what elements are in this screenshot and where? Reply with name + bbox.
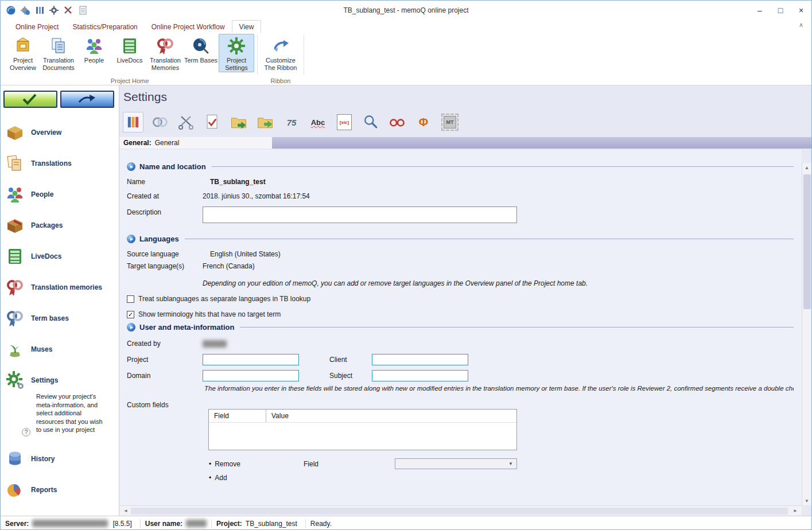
horizontal-scroll-thumb[interactable]: [131, 508, 788, 515]
minimize-button[interactable]: –: [749, 1, 770, 20]
translation-documents-button[interactable]: Translation Documents: [41, 34, 76, 72]
memoq-logo-icon[interactable]: [6, 5, 16, 15]
tm-settings-folder-icon[interactable]: [228, 112, 249, 132]
spellcheck-icon[interactable]: Abc: [308, 112, 328, 132]
subject-input[interactable]: [372, 370, 468, 381]
check-icon: [17, 93, 44, 106]
sidebar-item-settings[interactable]: Settings: [1, 365, 119, 396]
sidebar-item-muses[interactable]: Muses: [1, 334, 119, 365]
scroll-left-icon[interactable]: ◄: [122, 506, 130, 516]
custom-fields-actions: • Remove Field ▼: [209, 458, 517, 469]
project-settings-icon: [227, 36, 246, 56]
sidebar-item-translations[interactable]: Translations: [1, 148, 119, 179]
section-bullet-icon[interactable]: [127, 235, 135, 243]
people-button[interactable]: People: [76, 34, 112, 65]
ribbon-tab-online-project-workflow[interactable]: Online Project Workflow: [145, 21, 232, 33]
help-icon[interactable]: ?: [22, 428, 30, 437]
customize-ribbon-button[interactable]: Customize The Ribbon: [261, 34, 301, 72]
gear-icon[interactable]: [49, 5, 59, 15]
domain-subject-row: Domain Subject: [127, 370, 802, 381]
livedocs-settings-folder-icon[interactable]: [255, 112, 275, 132]
close-button[interactable]: ×: [791, 1, 811, 20]
navigate-button[interactable]: [60, 91, 114, 108]
section-title: User and meta-information: [139, 323, 234, 332]
description-input[interactable]: [203, 206, 517, 223]
vertical-scroll-thumb[interactable]: [803, 174, 811, 309]
settings-description: Review your project's meta-information, …: [36, 392, 106, 434]
category-value: General: [155, 139, 180, 147]
project-overview-icon: [13, 36, 33, 56]
sidebar-item-label: History: [31, 455, 55, 463]
server-value-redacted: [32, 520, 108, 527]
ribbon-tab-view[interactable]: View: [232, 20, 262, 33]
ribbon-tab-statistics-preparation[interactable]: Statistics/Preparation: [65, 21, 144, 33]
sic-icon[interactable]: [sic]: [334, 112, 355, 132]
sic-glyph: [sic]: [340, 120, 349, 125]
section-bullet-icon[interactable]: [127, 323, 135, 332]
created-by-row: Created by: [127, 340, 802, 348]
custom-fields-table[interactable]: Field Value: [208, 409, 517, 450]
tools-icon[interactable]: [63, 5, 73, 15]
livedocs-button[interactable]: LiveDocs: [112, 34, 147, 65]
font-substitution-icon[interactable]: Φ: [413, 112, 434, 132]
sidebar-item-livedocs[interactable]: LiveDocs: [1, 241, 119, 272]
sidebar-item-overview[interactable]: Overview: [1, 117, 119, 148]
translation-memories-button[interactable]: Translation Memories: [147, 34, 183, 72]
qa-checklist-icon[interactable]: [202, 112, 223, 132]
custom-field-select[interactable]: ▼: [395, 458, 517, 469]
sublanguages-checkbox-label: Treat sublanguages as separate languages…: [138, 295, 310, 303]
sidebar: Overview Translations People Packages Li…: [1, 85, 119, 516]
domain-input[interactable]: [203, 370, 299, 381]
ribbon-group-project-home: Project Overview Translation Documents P…: [4, 33, 255, 85]
sidebar-item-term-bases[interactable]: Term bases: [1, 303, 119, 334]
sidebar-item-translation-memories[interactable]: Translation memories: [1, 272, 119, 303]
machine-translation-chip-icon[interactable]: MT: [440, 112, 460, 132]
ribbon-group-ribbon: Customize The Ribbon Ribbon: [259, 33, 302, 85]
general-category-icon[interactable]: [123, 112, 143, 132]
category-label: General:: [123, 139, 151, 147]
project-settings-button[interactable]: Project Settings: [219, 34, 254, 72]
add-custom-field-row: • Add: [209, 474, 517, 482]
scroll-down-icon[interactable]: ▼: [802, 496, 811, 505]
sidebar-item-reports[interactable]: Reports: [1, 474, 119, 505]
scroll-up-icon[interactable]: ▲: [802, 163, 811, 172]
project-client-row: Project Client: [127, 354, 802, 365]
sublanguages-checkbox-row: Treat sublanguages as separate languages…: [127, 295, 802, 303]
project-input[interactable]: [203, 354, 299, 365]
horizontal-scrollbar[interactable]: ◄ ►: [119, 505, 802, 516]
maximize-button[interactable]: □: [770, 1, 791, 20]
chevron-down-icon: ▼: [508, 461, 513, 466]
terminology-checkbox[interactable]: ✓: [127, 311, 134, 318]
customize-ribbon-icon: [271, 36, 290, 56]
concordance-magnifier-icon[interactable]: [360, 112, 381, 132]
sidebar-item-packages[interactable]: Packages: [1, 210, 119, 241]
statusbar-separator: [211, 519, 212, 528]
user-name-label: User name:: [145, 520, 182, 528]
add-custom-field-button[interactable]: • Add: [209, 474, 227, 482]
notebook-icon[interactable]: [77, 5, 88, 15]
penalty-weights-icon[interactable]: 75: [281, 112, 302, 132]
segmentation-scissors-icon[interactable]: [176, 112, 196, 132]
ignore-lists-glasses-icon[interactable]: [387, 112, 407, 132]
project-overview-button[interactable]: Project Overview: [5, 34, 41, 72]
sidebar-item-history[interactable]: History: [1, 443, 119, 474]
section-bullet-icon[interactable]: [127, 162, 135, 171]
ribbon-collapse-icon[interactable]: ∧: [799, 21, 803, 29]
ribbon-tab-online-project[interactable]: Online Project: [9, 21, 65, 33]
description-row: Description: [127, 206, 802, 223]
sidebar-nav: Overview Translations People Packages Li…: [1, 117, 119, 505]
scroll-right-icon[interactable]: ►: [791, 506, 799, 516]
gear-globe-icon[interactable]: [20, 5, 30, 15]
rings-category-icon[interactable]: [149, 112, 170, 132]
sidebar-item-people[interactable]: People: [1, 179, 119, 210]
add-label: Add: [215, 474, 227, 482]
vertical-scrollbar[interactable]: ▲ ▼: [802, 163, 811, 505]
window-controls: – □ ×: [749, 1, 811, 20]
client-input[interactable]: [372, 354, 468, 365]
confirm-button[interactable]: [3, 91, 57, 108]
sublanguages-checkbox[interactable]: [127, 295, 134, 303]
term-bases-button[interactable]: Term Bases: [183, 34, 219, 65]
remove-custom-field-button[interactable]: • Remove: [209, 460, 304, 468]
server-columns-icon[interactable]: [34, 5, 45, 15]
statusbar-project-value: TB_sublang_test: [246, 520, 297, 528]
